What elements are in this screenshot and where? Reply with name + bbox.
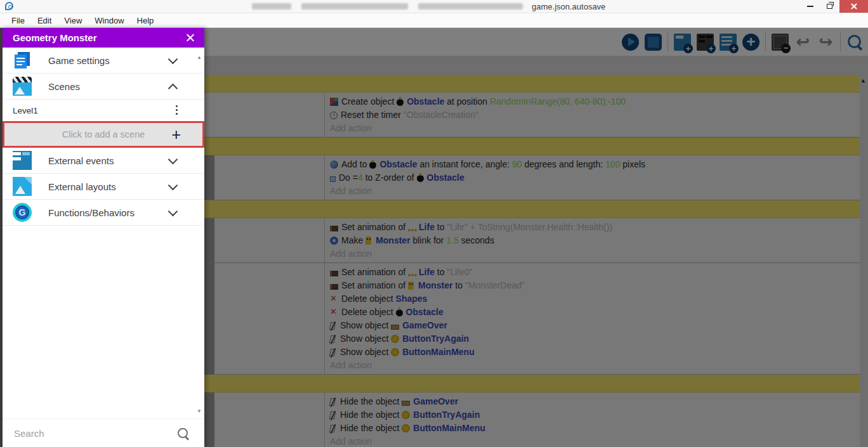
- title-bar: game.json.autosave: [0, 0, 868, 13]
- sidebar-item-external-events[interactable]: External events: [3, 148, 204, 174]
- drawer-header: Geometry Monster: [3, 28, 204, 48]
- chevron-down-icon: [168, 155, 178, 165]
- chevron-down-icon: [168, 55, 178, 65]
- scene-item-level1[interactable]: Level1: [3, 100, 204, 121]
- restore-icon[interactable]: [820, 0, 839, 13]
- search-icon[interactable]: [178, 428, 188, 438]
- project-manager-drawer: Geometry Monster Game settingsScenesLeve…: [0, 28, 204, 447]
- sidebar-item-scenes[interactable]: Scenes: [3, 74, 204, 100]
- external-events-icon: [13, 151, 32, 170]
- window-controls: [800, 0, 868, 13]
- search-placeholder: Search: [14, 428, 44, 439]
- scenes-icon: [13, 77, 32, 96]
- add-scene-button[interactable]: Click to add a scene+: [3, 121, 204, 148]
- close-window-icon[interactable]: [839, 0, 868, 13]
- gdevelop-logo-icon: [5, 2, 13, 10]
- drawer-search-bar[interactable]: Search: [3, 418, 204, 447]
- menu-item-window[interactable]: Window: [88, 16, 130, 25]
- sidebar-item-label: External events: [48, 155, 114, 166]
- menu-item-view[interactable]: View: [58, 16, 88, 25]
- sidebar-item-label: External layouts: [48, 181, 116, 192]
- drawer-scroll-up-icon[interactable]: ▲: [197, 55, 202, 60]
- sidebar-item-functions-behaviors[interactable]: Functions/Behaviors: [3, 200, 204, 226]
- chevron-up-icon: [168, 84, 178, 94]
- sidebar-item-label: Functions/Behaviors: [48, 207, 135, 218]
- add-scene-label: Click to add a scene: [62, 129, 145, 139]
- menu-item-edit[interactable]: Edit: [31, 16, 58, 25]
- menu-bar: FileEditViewWindowHelp: [0, 13, 868, 28]
- plus-icon: +: [171, 126, 181, 144]
- game-settings-icon: [13, 51, 32, 70]
- project-title: Geometry Monster: [13, 32, 97, 43]
- gdevelop-window: game.json.autosave FileEditViewWindowHel…: [0, 0, 868, 447]
- sidebar-item-label: Scenes: [48, 81, 80, 92]
- menu-item-help[interactable]: Help: [131, 16, 161, 25]
- window-title: game.json.autosave: [532, 2, 605, 11]
- functions-icon: [13, 203, 32, 222]
- chevron-down-icon: [168, 181, 178, 191]
- sidebar-item-game-settings[interactable]: Game settings: [3, 48, 204, 74]
- external-layouts-icon: [13, 177, 32, 196]
- scene-label: Level1: [13, 106, 38, 115]
- kebab-menu-icon[interactable]: [176, 105, 178, 107]
- chevron-down-icon: [168, 207, 178, 217]
- sidebar-item-external-layouts[interactable]: External layouts: [3, 174, 204, 200]
- minimize-icon[interactable]: [800, 0, 820, 13]
- close-drawer-icon[interactable]: [185, 33, 195, 42]
- redacted-title-text: [252, 3, 523, 10]
- drawer-scroll-down-icon[interactable]: ▼: [197, 408, 202, 414]
- sidebar-item-label: Game settings: [48, 55, 110, 66]
- menu-item-file[interactable]: File: [5, 16, 31, 25]
